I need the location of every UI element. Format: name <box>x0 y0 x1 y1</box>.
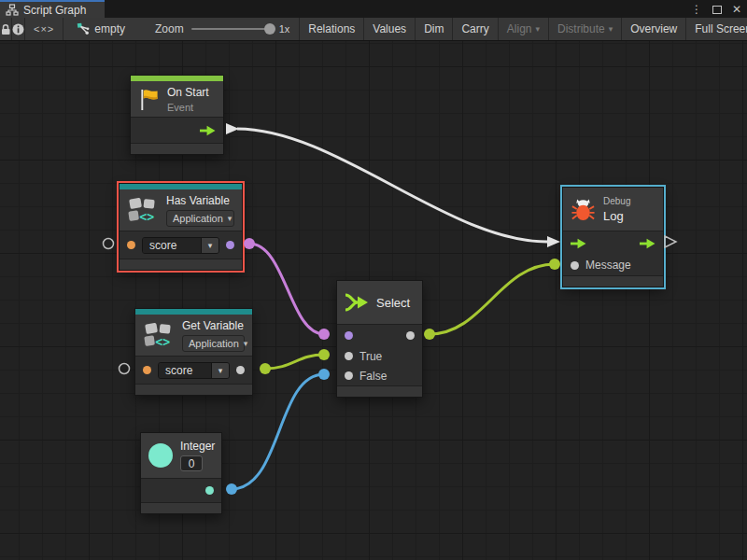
true-input-port[interactable] <box>345 352 353 360</box>
node-header: On Start Event <box>131 81 223 117</box>
values-button[interactable]: Values <box>364 18 416 40</box>
message-input-port[interactable] <box>571 261 579 270</box>
true-port-label: True <box>359 350 382 363</box>
chevron-down-icon: ▾ <box>218 366 223 375</box>
graph-pointer-icon <box>77 22 90 35</box>
unconnected-control-out-debuglog[interactable] <box>665 236 676 247</box>
distribute-label: Distribute <box>557 22 605 35</box>
port-row <box>131 117 223 143</box>
node-category: Debug <box>603 196 630 206</box>
wire-getvariable-to-select-true[interactable] <box>260 349 330 374</box>
node-header: Select <box>337 281 422 324</box>
integer-value-field[interactable]: 0 <box>180 455 203 471</box>
integer-output-port[interactable] <box>205 486 214 495</box>
chevron-down-icon: ▾ <box>244 339 248 348</box>
node-debug-log[interactable]: Debug Log Message <box>562 187 664 287</box>
bug-icon <box>571 196 596 222</box>
node-has-variable[interactable]: <> Has Variable Application ▾ score ▾ <box>119 183 243 271</box>
window-menu-icon[interactable]: ⋮ <box>691 4 702 15</box>
variable-name-dropdown-button[interactable]: ▾ <box>211 363 229 378</box>
variable-kind-value: Application <box>173 213 223 224</box>
maximize-icon[interactable] <box>712 6 722 14</box>
node-footer <box>120 259 242 270</box>
name-input-port[interactable] <box>143 366 151 374</box>
carry-button[interactable]: Carry <box>453 18 498 40</box>
node-title: Select <box>376 296 410 310</box>
values-label: Values <box>373 22 406 35</box>
variable-icon: <> <box>127 196 159 224</box>
node-title: Log <box>603 209 630 223</box>
relations-button[interactable]: Relations <box>299 18 364 40</box>
node-integer[interactable]: Integer 0 <box>140 432 222 514</box>
zoom-to-fit-icon: <×> <box>34 23 54 35</box>
chevron-down-icon: ▾ <box>535 24 540 34</box>
variable-kind-dropdown[interactable]: Application ▾ <box>182 335 245 352</box>
select-merge-icon <box>345 292 369 313</box>
unconnected-port-hasvariable-fallback[interactable] <box>104 239 114 249</box>
tab-script-graph[interactable]: Script Graph <box>0 0 105 18</box>
variable-kind-dropdown[interactable]: Application ▾ <box>166 210 234 227</box>
chevron-down-icon: ▾ <box>208 241 213 250</box>
node-footer <box>131 143 223 154</box>
distribute-dropdown-button[interactable]: Distribute ▾ <box>549 18 622 40</box>
align-label: Align <box>507 22 532 35</box>
node-subtitle: Event <box>167 102 209 113</box>
port-row-message: Message <box>563 255 663 275</box>
zoom-slider[interactable] <box>191 28 274 30</box>
zoom-control: Zoom 1x <box>155 22 299 35</box>
node-footer <box>563 275 663 287</box>
zoom-label: Zoom <box>155 22 184 35</box>
node-get-variable[interactable]: <> Get Variable Application ▾ score ▾ <box>134 308 253 396</box>
selection-output-port[interactable] <box>406 331 415 340</box>
full-screen-button[interactable]: Full Screen <box>686 18 747 40</box>
wire-onstart-to-debuglog[interactable] <box>226 123 560 247</box>
control-output-port[interactable] <box>640 238 655 249</box>
condition-input-port[interactable] <box>345 331 353 340</box>
variable-name-field[interactable]: score ▾ <box>142 237 219 254</box>
result-output-port[interactable] <box>226 241 234 249</box>
close-icon[interactable]: ✕ <box>732 4 741 15</box>
node-title: Has Variable <box>166 194 234 207</box>
chevron-down-icon: ▾ <box>228 214 233 223</box>
graph-canvas[interactable]: On Start Event <> Has Variable <box>0 41 747 560</box>
full-screen-label: Full Screen <box>695 22 747 35</box>
variable-name-field[interactable]: score ▾ <box>158 362 230 379</box>
value-output-port[interactable] <box>236 366 245 374</box>
port-row-true: True <box>337 346 422 366</box>
window-tab-bar: Script Graph ⋮ ✕ <box>0 0 747 18</box>
svg-text:<>: <> <box>155 335 170 349</box>
dim-button[interactable]: Dim <box>416 18 453 40</box>
zoom-slider-knob[interactable] <box>264 23 275 35</box>
node-footer <box>141 502 221 513</box>
node-header: <> Get Variable Application ▾ <box>135 315 252 356</box>
wire-select-to-debuglog-message[interactable] <box>424 259 560 340</box>
overview-label: Overview <box>630 22 677 35</box>
carry-label: Carry <box>461 22 488 35</box>
false-input-port[interactable] <box>345 371 353 380</box>
node-title: Get Variable <box>182 319 245 332</box>
unconnected-port-getvariable-fallback[interactable] <box>120 364 130 374</box>
port-row <box>141 478 221 502</box>
node-on-start[interactable]: On Start Event <box>130 75 224 155</box>
integer-literal-icon <box>148 443 173 468</box>
variable-name-value: score <box>143 238 201 253</box>
zoom-value: 1x <box>279 23 290 35</box>
align-dropdown-button[interactable]: Align ▾ <box>499 18 549 40</box>
lock-icon <box>0 23 11 35</box>
port-row: score ▾ <box>135 356 252 384</box>
svg-text:<>: <> <box>139 210 154 224</box>
name-input-port[interactable] <box>127 241 135 249</box>
graph-breadcrumb[interactable]: empty <box>77 22 125 35</box>
overview-button[interactable]: Overview <box>622 18 686 40</box>
wire-hasvariable-to-select[interactable] <box>244 238 330 340</box>
control-input-port[interactable] <box>571 238 586 249</box>
lock-button[interactable] <box>0 18 12 40</box>
node-select[interactable]: Select True False <box>336 280 423 398</box>
zoom-to-fit-button[interactable]: <×> <box>25 18 63 40</box>
message-port-label: Message <box>585 259 631 272</box>
graph-name-label: empty <box>94 22 125 35</box>
control-output-port[interactable] <box>200 125 216 136</box>
info-button[interactable] <box>12 18 25 40</box>
variable-name-dropdown-button[interactable]: ▾ <box>201 238 218 253</box>
dim-label: Dim <box>424 22 444 35</box>
